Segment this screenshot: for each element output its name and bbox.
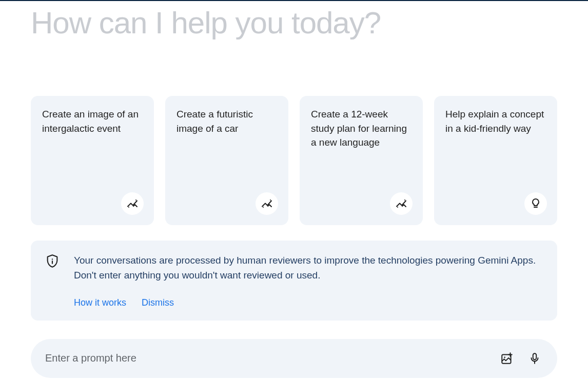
- svg-point-10: [504, 356, 505, 358]
- svg-point-7: [52, 258, 53, 259]
- draw-icon: [390, 192, 413, 215]
- microphone-icon[interactable]: [526, 350, 543, 367]
- shield-info-icon: [45, 254, 60, 270]
- svg-rect-13: [533, 353, 537, 359]
- how-it-works-link[interactable]: How it works: [74, 297, 126, 308]
- page-heading: How can I help you today?: [31, 1, 557, 41]
- svg-point-2: [263, 207, 264, 208]
- suggestion-card-1[interactable]: Create an image of an intergalactic even…: [31, 96, 154, 225]
- svg-point-0: [128, 207, 129, 208]
- svg-point-5: [404, 199, 405, 201]
- svg-point-4: [397, 207, 398, 208]
- upload-image-icon[interactable]: [499, 350, 515, 367]
- draw-icon: [256, 192, 278, 215]
- dismiss-button[interactable]: Dismiss: [142, 297, 174, 308]
- notice-text: Your conversations are processed by huma…: [74, 253, 543, 283]
- draw-icon: [121, 192, 144, 215]
- suggestion-text: Create an image of an intergalactic even…: [42, 107, 143, 135]
- prompt-bar: [31, 339, 557, 378]
- prompt-input[interactable]: [45, 352, 499, 364]
- lightbulb-icon: [524, 192, 547, 215]
- suggestions-row: Create an image of an intergalactic even…: [31, 96, 557, 225]
- suggestion-card-2[interactable]: Create a futuristic image of a car: [165, 96, 288, 225]
- suggestion-card-3[interactable]: Create a 12-week study plan for learning…: [300, 96, 423, 225]
- svg-point-1: [135, 199, 136, 201]
- privacy-notice: Your conversations are processed by huma…: [31, 241, 557, 321]
- suggestion-text: Create a futuristic image of a car: [177, 107, 277, 135]
- suggestion-text: Create a 12-week study plan for learning…: [311, 107, 411, 150]
- suggestion-card-4[interactable]: Help explain a concept in a kid-friendly…: [434, 96, 557, 225]
- svg-point-3: [270, 199, 271, 201]
- suggestion-text: Help explain a concept in a kid-friendly…: [445, 107, 546, 135]
